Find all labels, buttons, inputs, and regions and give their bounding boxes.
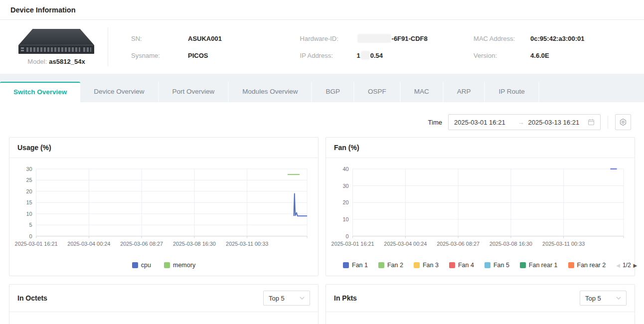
in-octets-panel: In Octets Top 5 bbox=[9, 284, 319, 324]
ip-value: 10.54 bbox=[357, 51, 383, 59]
legend-label: Fan 1 bbox=[352, 262, 368, 269]
switch-top-face bbox=[18, 29, 94, 45]
in-octets-title: In Octets bbox=[17, 294, 47, 302]
sn-value: ASUKA001 bbox=[188, 35, 222, 42]
switch-device-image bbox=[18, 29, 94, 54]
legend-label: cpu bbox=[141, 262, 151, 269]
sysname-label: Sysname: bbox=[131, 52, 188, 59]
svg-text:2025-03-11 00:33: 2025-03-11 00:33 bbox=[542, 241, 585, 247]
switch-uplink-ports bbox=[83, 47, 91, 52]
svg-text:25: 25 bbox=[26, 177, 32, 183]
page-header: Device Information bbox=[0, 0, 644, 20]
page-title: Device Information bbox=[10, 6, 634, 14]
toolbar-divider bbox=[608, 116, 608, 129]
legend-pager: ◀ 1/2 ▶ bbox=[616, 262, 637, 269]
svg-text:30: 30 bbox=[343, 183, 349, 189]
time-range-picker[interactable]: 2025-03-01 16:21 → 2025-03-13 16:21 bbox=[448, 114, 601, 130]
svg-text:2025-03-01 16:21: 2025-03-01 16:21 bbox=[15, 241, 58, 247]
fan-chart-legend: Fan 1Fan 2Fan 3Fan 4Fan 5Fan rear 1Fan r… bbox=[326, 260, 635, 276]
field-ip: IP Address: 10.54 bbox=[300, 51, 474, 59]
fan-chart-canvas[interactable]: 0102030402025-03-01 16:212025-03-04 00:2… bbox=[326, 158, 635, 260]
tab-bgp[interactable]: BGP bbox=[312, 82, 354, 102]
top-filter-value: Top 5 bbox=[269, 295, 285, 302]
legend-item-fan-rear-1[interactable]: Fan rear 1 bbox=[520, 262, 558, 269]
top-filter-value: Top 5 bbox=[585, 295, 601, 302]
time-range-end[interactable]: 2025-03-13 16:21 bbox=[528, 119, 588, 126]
svg-text:2025-03-11 00:33: 2025-03-11 00:33 bbox=[226, 241, 268, 247]
mac-label: MAC Address: bbox=[474, 35, 530, 42]
device-info-section: Model:as5812_54x SN: ASUKA001 Hardware-I… bbox=[0, 20, 644, 74]
legend-label: Fan rear 2 bbox=[577, 262, 606, 269]
hardware-id-value: -6F91-CDF8 bbox=[357, 34, 428, 42]
usage-chart-canvas[interactable]: 0510152025302025-03-01 16:212025-03-04 0… bbox=[9, 158, 318, 260]
svg-text:30: 30 bbox=[26, 166, 32, 172]
device-model: Model:as5812_54x bbox=[27, 58, 85, 65]
svg-text:20: 20 bbox=[26, 188, 32, 194]
svg-text:2025-03-08 16:30: 2025-03-08 16:30 bbox=[489, 241, 532, 247]
time-range-start[interactable]: 2025-03-01 16:21 bbox=[454, 119, 514, 126]
legend-item-fan-rear-2[interactable]: Fan rear 2 bbox=[568, 262, 606, 269]
tab-modules-overview[interactable]: Modules Overview bbox=[229, 82, 312, 102]
legend-item-fan-1[interactable]: Fan 1 bbox=[343, 262, 368, 269]
legend-label: Fan rear 1 bbox=[529, 262, 558, 269]
in-octets-top-filter-select[interactable]: Top 5 bbox=[263, 291, 310, 306]
fan-panel-header: Fan (%) bbox=[326, 138, 635, 158]
legend-marker bbox=[568, 262, 574, 268]
version-value: 4.6.0E bbox=[530, 52, 549, 59]
legend-item-fan-5[interactable]: Fan 5 bbox=[484, 262, 509, 269]
usage-chart-panel: Usage (%) 0510152025302025-03-01 16:2120… bbox=[9, 137, 319, 276]
in-octets-header: In Octets Top 5 bbox=[9, 285, 318, 312]
in-pkts-title: In Pkts bbox=[334, 294, 357, 302]
tab-device-overview[interactable]: Device Overview bbox=[80, 82, 159, 102]
legend-prev-button[interactable]: ◀ bbox=[616, 263, 620, 268]
tab-port-overview[interactable]: Port Overview bbox=[159, 82, 229, 102]
legend-next-button[interactable]: ▶ bbox=[634, 263, 638, 268]
legend-label: Fan 4 bbox=[458, 262, 474, 269]
charts-row: Usage (%) 0510152025302025-03-01 16:2120… bbox=[0, 137, 644, 276]
svg-text:2025-03-04 00:24: 2025-03-04 00:24 bbox=[67, 241, 110, 247]
legend-item-fan-2[interactable]: Fan 2 bbox=[378, 262, 403, 269]
svg-text:2025-03-06 08:27: 2025-03-06 08:27 bbox=[437, 241, 480, 247]
calendar-icon bbox=[588, 119, 595, 126]
bottom-charts-row: In Octets Top 5 In Pkts Top 5 bbox=[0, 284, 644, 324]
model-label: Model: bbox=[27, 58, 47, 65]
svg-text:0: 0 bbox=[346, 233, 349, 239]
chevron-down-icon bbox=[300, 297, 305, 300]
tab-switch-overview[interactable]: Switch Overview bbox=[0, 82, 80, 102]
tab-mac[interactable]: MAC bbox=[401, 82, 444, 102]
svg-text:5: 5 bbox=[29, 222, 32, 228]
legend-marker bbox=[343, 262, 349, 268]
mac-value: 0c:95:42:a3:00:01 bbox=[530, 35, 584, 42]
in-pkts-panel: In Pkts Top 5 bbox=[325, 284, 635, 324]
legend-item-fan-4[interactable]: Fan 4 bbox=[449, 262, 474, 269]
tab-ip-route[interactable]: IP Route bbox=[485, 82, 539, 102]
legend-label: memory bbox=[173, 262, 195, 269]
chevron-down-icon bbox=[616, 297, 621, 300]
switch-front-face bbox=[18, 45, 94, 54]
legend-label: Fan 3 bbox=[423, 262, 439, 269]
field-sn: SN: ASUKA001 bbox=[131, 34, 300, 42]
in-pkts-top-filter-select[interactable]: Top 5 bbox=[580, 291, 627, 306]
legend-marker bbox=[164, 262, 170, 268]
legend-label: Fan 5 bbox=[493, 262, 509, 269]
legend-page-indicator: 1/2 bbox=[623, 262, 631, 269]
sysname-value: PICOS bbox=[188, 52, 208, 59]
svg-text:20: 20 bbox=[343, 199, 349, 205]
tab-arp[interactable]: ARP bbox=[444, 82, 485, 102]
range-arrow-icon: → bbox=[514, 119, 528, 126]
legend-item-memory[interactable]: memory bbox=[164, 262, 195, 269]
field-sysname: Sysname: PICOS bbox=[131, 51, 300, 59]
chart-settings-button[interactable] bbox=[615, 114, 631, 130]
ip-label: IP Address: bbox=[300, 52, 357, 59]
sn-label: SN: bbox=[131, 35, 188, 42]
legend-item-fan-3[interactable]: Fan 3 bbox=[414, 262, 439, 269]
tab-bar: Switch Overview Device Overview Port Ove… bbox=[0, 82, 644, 102]
field-mac: MAC Address: 0c:95:42:a3:00:01 bbox=[474, 34, 639, 42]
hardware-id-label: Hardware-ID: bbox=[300, 35, 357, 42]
svg-text:2025-03-08 16:30: 2025-03-08 16:30 bbox=[173, 241, 216, 247]
tab-ospf[interactable]: OSPF bbox=[354, 82, 401, 102]
svg-text:15: 15 bbox=[26, 199, 32, 205]
legend-marker bbox=[449, 262, 455, 268]
legend-item-cpu[interactable]: cpu bbox=[132, 262, 151, 269]
fan-chart-panel: Fan (%) 0102030402025-03-01 16:212025-03… bbox=[325, 137, 635, 276]
